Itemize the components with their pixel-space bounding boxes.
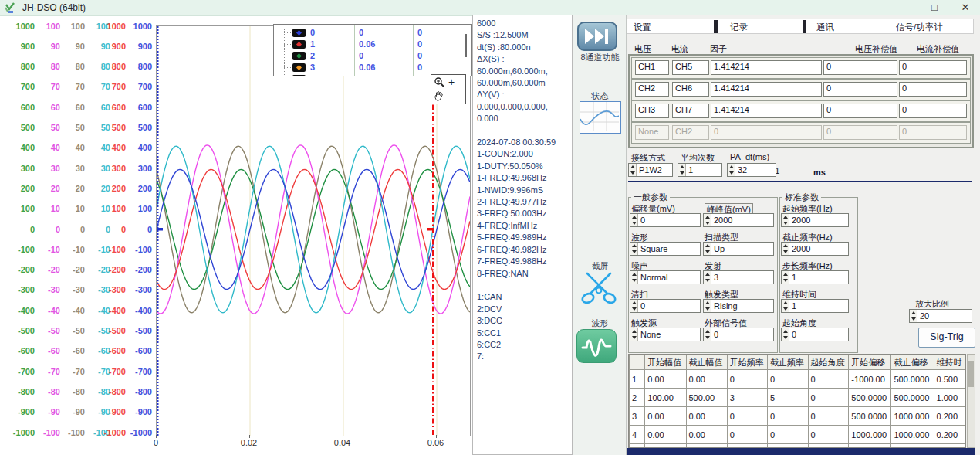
sweep-table-cell[interactable]: 5 (768, 389, 808, 407)
waveform-generator-button[interactable] (576, 329, 617, 363)
sweep-table-cell[interactable]: 0 (808, 426, 849, 444)
cursor-zero-marker[interactable] (427, 228, 433, 231)
legend-row[interactable]: 000 (274, 27, 471, 39)
sweep-table-cell[interactable]: 0.00 (686, 407, 727, 426)
sweep-table-cell[interactable]: 500.00 (686, 389, 727, 407)
sweep-table-cell[interactable]: 0.00 (645, 407, 686, 426)
tab-signal-power[interactable]: 信号/功率计 (896, 22, 943, 33)
tab-record[interactable]: 记录 (730, 22, 748, 33)
wiring-spin-0[interactable]: P1W2 (628, 163, 673, 177)
channel-voltage-field[interactable]: CH1 (635, 60, 669, 75)
standard-params-field-4-spin-arrows[interactable] (782, 328, 789, 341)
general-params-field-0-value[interactable]: 0 (638, 214, 647, 226)
wiring-spin-1-value[interactable]: 1 (686, 164, 695, 176)
sweep-table-cell[interactable]: 0 (768, 407, 808, 426)
wiring-spin-2[interactable]: 32 (727, 163, 776, 177)
sweep-table-scrollbar[interactable] (967, 354, 975, 448)
general-params-field-1[interactable]: 2000 (703, 213, 774, 227)
general-params-field-4[interactable]: Normal (630, 270, 701, 284)
general-params-field-1-value[interactable]: 2000 (711, 214, 735, 226)
general-params-field-9-value[interactable]: 0 (711, 328, 721, 341)
sweep-table-cell[interactable]: 0 (727, 370, 767, 389)
wiring-spin-0-spin-arrows[interactable] (629, 164, 637, 176)
maximize-button[interactable]: □ (923, 0, 946, 15)
general-params-field-3-spin-arrows[interactable] (704, 243, 711, 255)
general-params-field-9-spin-arrows[interactable] (704, 328, 711, 341)
channel-factor-field[interactable]: 1.414214 (711, 104, 822, 118)
legend-row[interactable]: 30.060 (274, 62, 471, 73)
general-params-field-9[interactable]: 0 (703, 328, 774, 341)
channel-vcomp-field[interactable]: 0 (823, 104, 897, 118)
sweep-table-cell[interactable]: 500.0000 (849, 389, 891, 407)
standard-params-field-1-value[interactable]: 2000 (789, 243, 813, 255)
waveform-plot[interactable] (156, 25, 471, 436)
sweep-table-cell[interactable]: 3 (630, 407, 645, 426)
legend-row[interactable]: 10.060 (274, 39, 471, 50)
close-button[interactable]: ✕ (954, 0, 977, 15)
wiring-spin-2-spin-arrows[interactable] (728, 164, 735, 176)
sweep-table-cell[interactable]: 1000.000 (891, 407, 934, 426)
zoom-scale-spin-value[interactable]: 20 (917, 310, 931, 322)
sweep-table-cell[interactable]: 1000.000 (849, 426, 891, 444)
general-params-field-6-spin-arrows[interactable] (630, 300, 638, 312)
standard-params-field-3-value[interactable]: 1 (789, 300, 799, 312)
channel-vcomp-field[interactable]: 0 (823, 60, 897, 75)
general-params-field-1-spin-arrows[interactable] (704, 214, 711, 226)
general-params-field-0-spin-arrows[interactable] (630, 214, 638, 226)
sweep-table-cell[interactable]: 100.00 (645, 389, 686, 407)
channel-icomp-field[interactable]: 0 (899, 104, 967, 118)
standard-params-field-3-spin-arrows[interactable] (782, 300, 789, 312)
standard-params-field-4[interactable]: 0 (781, 328, 849, 341)
general-params-field-5[interactable]: 3 (703, 270, 774, 284)
channel-voltage-field[interactable]: CH3 (635, 104, 669, 118)
general-params-field-2-spin-arrows[interactable] (630, 243, 638, 255)
minimize-button[interactable]: — (894, 0, 917, 15)
cursor-zero-marker[interactable] (157, 228, 163, 231)
sweep-table-cell[interactable]: 500.0000 (849, 407, 891, 426)
legend-scrollbar[interactable] (465, 34, 467, 57)
zoom-plus-label[interactable]: + (448, 76, 455, 88)
standard-params-field-0-value[interactable]: 2000 (789, 214, 813, 226)
standard-params-field-2-spin-arrows[interactable] (782, 271, 789, 284)
run-fast-forward-button[interactable] (577, 22, 617, 51)
sweep-table-cell[interactable]: 0 (768, 370, 808, 389)
sweep-table-cell[interactable]: -1000.00 (849, 370, 891, 389)
sweep-table-cell[interactable]: 1 (630, 370, 645, 389)
general-params-field-7[interactable]: Rising (703, 299, 774, 313)
general-params-field-4-spin-arrows[interactable] (630, 271, 638, 284)
general-params-field-8[interactable]: None (630, 328, 701, 341)
standard-params-field-4-value[interactable]: 0 (789, 328, 799, 341)
channel-icomp-field[interactable]: 0 (899, 82, 967, 97)
standard-params-field-1[interactable]: 2000 (781, 242, 849, 256)
wiring-spin-0-value[interactable]: P1W2 (637, 164, 664, 176)
sweep-table-cell[interactable]: 0 (808, 370, 849, 389)
screenshot-scissors-button[interactable] (580, 270, 618, 309)
sweep-table-cell[interactable]: 0.00 (686, 370, 727, 389)
sweep-table-cell[interactable]: 0 (808, 389, 849, 407)
sweep-table-cell[interactable]: 0 (808, 407, 849, 426)
scrollbar-thumb[interactable] (968, 361, 974, 387)
general-params-field-4-value[interactable]: Normal (638, 271, 670, 284)
channel-voltage-field[interactable]: CH2 (635, 82, 669, 97)
general-params-field-5-value[interactable]: 3 (711, 271, 721, 284)
sweep-table-cell[interactable]: 0 (727, 426, 767, 444)
zoom-in-icon[interactable] (434, 76, 445, 88)
wiring-spin-2-value[interactable]: 32 (735, 164, 749, 176)
sweep-table-cell[interactable]: 0.200 (934, 426, 965, 444)
standard-params-field-2-value[interactable]: 1 (789, 271, 799, 284)
standard-params-field-3[interactable]: 1 (781, 299, 849, 313)
general-params-field-0[interactable]: 0 (630, 213, 701, 227)
wiring-spin-1-spin-arrows[interactable] (678, 164, 686, 176)
sweep-table-cell[interactable]: 500.0000 (891, 389, 934, 407)
general-params-field-8-spin-arrows[interactable] (630, 328, 638, 341)
channel-factor-field[interactable]: 1.414214 (711, 60, 822, 75)
sweep-table-cell[interactable]: 0.00 (645, 426, 686, 444)
general-params-field-8-value[interactable]: None (638, 328, 663, 341)
wiring-spin-1[interactable]: 1 (678, 163, 722, 177)
sweep-table-cell[interactable]: 0 (768, 426, 808, 444)
standard-params-field-0[interactable]: 2000 (781, 213, 849, 227)
general-params-field-7-spin-arrows[interactable] (704, 300, 711, 312)
sweep-table-cell[interactable]: 1.000 (934, 389, 965, 407)
sweep-table-cell[interactable]: 0 (727, 407, 767, 426)
channel-current-field[interactable]: CH6 (672, 82, 709, 97)
